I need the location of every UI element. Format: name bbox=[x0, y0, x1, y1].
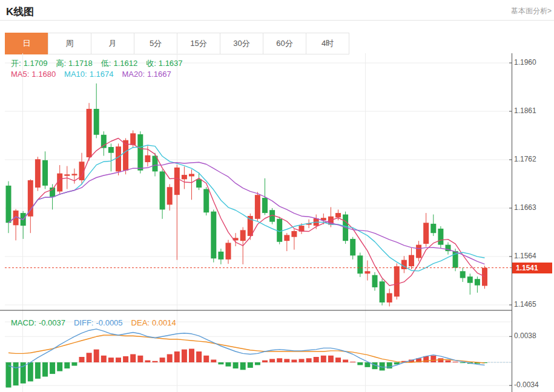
low-value: 1.1612 bbox=[113, 59, 137, 68]
ohlc-readout: 开:1.1709高:1.1718低:1.1612收:1.1637 bbox=[11, 58, 185, 69]
close-label: 收: bbox=[146, 59, 156, 68]
price-tick-label: 1.1465 bbox=[514, 300, 536, 309]
high-value: 1.1718 bbox=[68, 59, 93, 68]
price-tick-label: 1.1663 bbox=[514, 203, 536, 212]
ma5-value: 1.1680 bbox=[31, 70, 56, 79]
ma10-value: 1.1674 bbox=[90, 70, 114, 79]
price-tick-label: 1.1960 bbox=[514, 58, 536, 67]
open-value: 1.1709 bbox=[24, 59, 48, 68]
ma-readout: MA5:1.1680MA10:1.1674MA20:1.1667 bbox=[11, 70, 174, 79]
low-label: 低: bbox=[101, 59, 111, 68]
macd-tick-label: -0.0034 bbox=[514, 381, 539, 389]
macd-tick-label: 0.0038 bbox=[514, 332, 536, 340]
dea-value: 0.0014 bbox=[152, 318, 176, 327]
price-tick-label: 1.1564 bbox=[514, 252, 536, 260]
ma10-label: MA10: bbox=[64, 70, 87, 79]
macd-value: -0.0037 bbox=[39, 318, 65, 327]
diff-label: DIFF: bbox=[74, 318, 94, 327]
price-tick-label: 1.1762 bbox=[514, 155, 536, 163]
price-tick-label: 1.1861 bbox=[514, 106, 536, 115]
kline-app: K线图 基本面分析> 日周月5分15分30分60分4时 开:1.1709高:1.… bbox=[0, 0, 554, 392]
close-value: 1.1637 bbox=[159, 59, 183, 68]
ma20-label: MA20: bbox=[122, 70, 145, 79]
macd-label: MACD: bbox=[11, 318, 36, 327]
macd-readout: MACD:-0.0037DIFF:-0.0005DEA:0.0014 bbox=[11, 318, 179, 327]
ma5-label: MA5: bbox=[11, 70, 29, 79]
ma20-value: 1.1667 bbox=[147, 70, 171, 79]
current-price-tag: 1.1541 bbox=[512, 263, 552, 273]
dea-label: DEA: bbox=[131, 318, 150, 327]
high-label: 高: bbox=[56, 59, 66, 68]
open-label: 开: bbox=[11, 59, 21, 68]
diff-value: -0.0005 bbox=[96, 318, 122, 327]
